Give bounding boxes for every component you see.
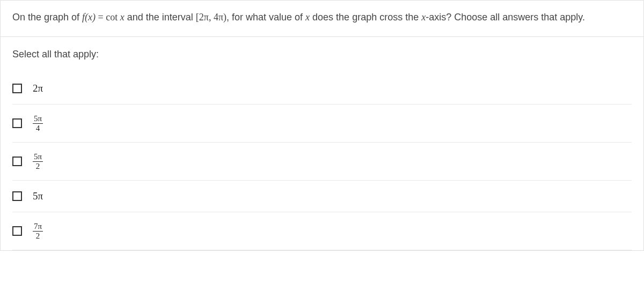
fraction-den: 4 bbox=[33, 124, 43, 133]
option-row[interactable]: 5π bbox=[12, 181, 632, 212]
q-mid3: does the graph cross the bbox=[310, 12, 421, 23]
q-func-lhs: f(x) bbox=[82, 12, 96, 23]
fraction-num: 7π bbox=[33, 222, 43, 232]
checkbox[interactable] bbox=[12, 157, 22, 166]
q-mid2: , for what value of bbox=[226, 12, 305, 23]
fraction-den: 2 bbox=[33, 232, 43, 241]
fraction: 5π 4 bbox=[33, 114, 43, 132]
question-section: On the graph of f(x) = cot x and the int… bbox=[1, 1, 643, 37]
option-label: 5π 2 bbox=[33, 152, 43, 170]
option-row[interactable]: 7π 2 bbox=[12, 212, 632, 250]
fraction: 5π 2 bbox=[33, 152, 43, 170]
q-mid1: and the interval bbox=[125, 12, 196, 23]
checkbox[interactable] bbox=[12, 84, 22, 93]
option-row[interactable]: 5π 2 bbox=[12, 143, 632, 181]
q-func-rhs-op: cot bbox=[106, 12, 120, 23]
q-suffix: -axis? Choose all answers that apply. bbox=[426, 12, 585, 23]
q-interval: [2π, 4π) bbox=[196, 12, 226, 23]
option-row[interactable]: 2π bbox=[12, 73, 632, 105]
checkbox[interactable] bbox=[12, 118, 22, 128]
q-var-x: x bbox=[305, 12, 310, 23]
answers-section: Select all that apply: 2π 5π 4 5π 2 bbox=[1, 37, 643, 250]
q-equals: = bbox=[96, 12, 106, 23]
option-label: 7π 2 bbox=[33, 222, 43, 240]
fraction-den: 2 bbox=[33, 162, 43, 171]
select-prompt: Select all that apply: bbox=[12, 49, 632, 60]
option-label: 2π bbox=[33, 83, 43, 94]
fraction-num: 5π bbox=[33, 152, 43, 162]
q-axis-var: x bbox=[421, 12, 426, 23]
fraction: 7π 2 bbox=[33, 222, 43, 240]
checkbox[interactable] bbox=[12, 191, 22, 201]
option-row[interactable]: 5π 4 bbox=[12, 105, 632, 143]
option-label: 5π bbox=[33, 190, 43, 202]
q-func-rhs-var: x bbox=[120, 12, 125, 23]
question-text: On the graph of f(x) = cot x and the int… bbox=[12, 12, 585, 23]
option-label: 5π 4 bbox=[33, 114, 43, 132]
fraction-num: 5π bbox=[33, 114, 43, 124]
question-container: On the graph of f(x) = cot x and the int… bbox=[0, 0, 644, 251]
q-prefix: On the graph of bbox=[12, 12, 82, 23]
checkbox[interactable] bbox=[12, 226, 22, 236]
